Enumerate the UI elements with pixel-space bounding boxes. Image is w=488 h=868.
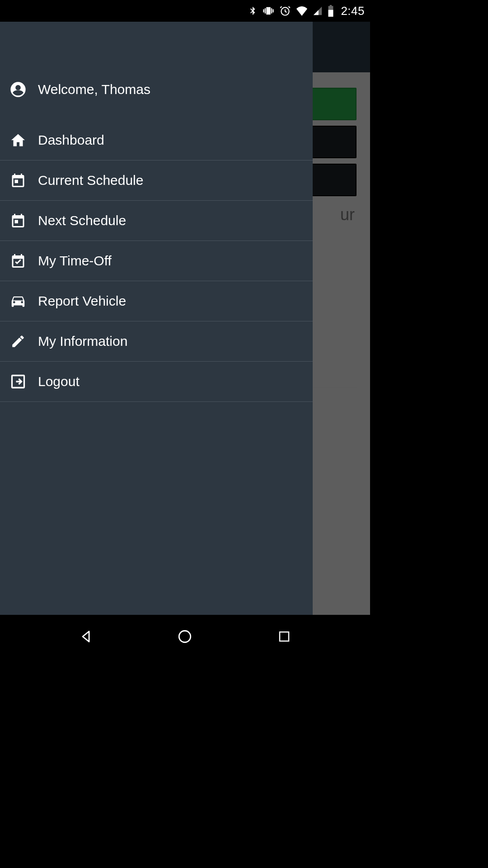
calendar-check-icon <box>8 251 28 271</box>
bluetooth-icon <box>248 5 258 17</box>
battery-icon <box>327 5 334 17</box>
car-icon <box>8 291 28 311</box>
cell-signal-icon <box>313 6 323 16</box>
status-bar: 2:45 <box>0 0 370 22</box>
system-navigation-bar <box>0 615 370 658</box>
wifi-icon <box>296 6 308 16</box>
drawer-item-label: Report Vehicle <box>38 293 126 309</box>
drawer-item-label: My Time-Off <box>38 253 112 269</box>
recent-apps-button[interactable] <box>257 620 311 653</box>
drawer-item-next-schedule[interactable]: Next Schedule <box>0 201 313 241</box>
drawer-item-report-vehicle[interactable]: Report Vehicle <box>0 281 313 321</box>
alarm-icon <box>279 5 291 17</box>
logout-icon <box>8 372 28 392</box>
drawer-item-current-schedule[interactable]: Current Schedule <box>0 160 313 201</box>
drawer-item-label: Logout <box>38 374 80 389</box>
drawer-header-spacer <box>0 22 313 75</box>
account-circle-icon <box>8 80 28 99</box>
calendar-today-icon <box>8 170 28 190</box>
drawer-item-dashboard[interactable]: Dashboard <box>0 120 313 160</box>
vibrate-icon <box>262 5 275 17</box>
drawer-item-label: My Information <box>38 334 127 349</box>
home-button[interactable] <box>158 620 212 653</box>
svg-rect-3 <box>280 632 289 641</box>
calendar-next-icon <box>8 211 28 231</box>
drawer-item-label: Dashboard <box>38 132 104 148</box>
status-bar-clock: 2:45 <box>341 4 365 18</box>
drawer-item-label: Next Schedule <box>38 213 126 228</box>
drawer-scrim[interactable] <box>313 22 370 615</box>
home-icon <box>8 130 28 150</box>
drawer-welcome-row: Welcome, Thomas <box>0 75 313 120</box>
drawer-item-my-information[interactable]: My Information <box>0 321 313 362</box>
device-frame: 2:45 ur Welcome, Thomas Dash <box>0 0 370 658</box>
drawer-menu-list: Dashboard Current Schedule Next Schedule… <box>0 120 313 402</box>
svg-point-2 <box>179 631 191 642</box>
back-button[interactable] <box>59 620 113 653</box>
drawer-item-my-time-off[interactable]: My Time-Off <box>0 241 313 281</box>
drawer-item-label: Current Schedule <box>38 173 143 188</box>
drawer-welcome-label: Welcome, Thomas <box>38 82 150 97</box>
pencil-icon <box>8 331 28 351</box>
drawer-item-logout[interactable]: Logout <box>0 362 313 402</box>
navigation-drawer: Welcome, Thomas Dashboard Current Schedu… <box>0 22 313 615</box>
